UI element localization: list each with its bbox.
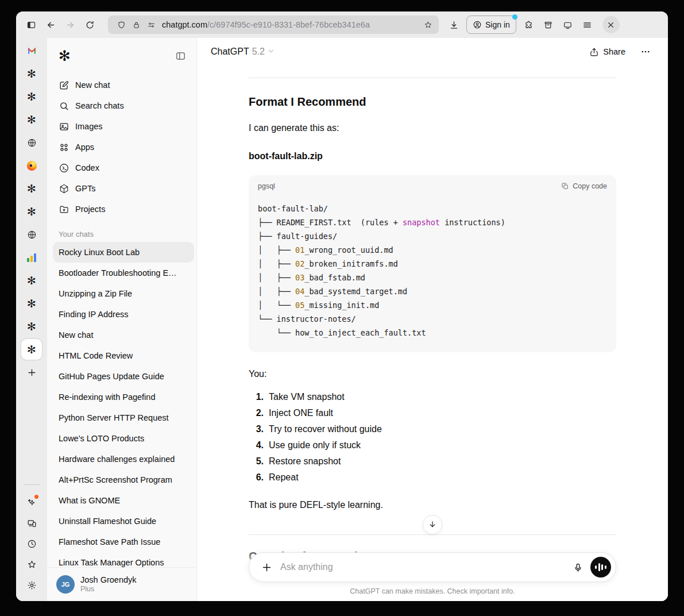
chat-list-item[interactable]: Hardware challenges explained: [53, 449, 194, 469]
chat-list-item[interactable]: Rocky Linux Boot Lab: [53, 242, 194, 263]
chat-list-item[interactable]: Re-indexing with Pagefind: [53, 387, 194, 407]
chat-list-item[interactable]: New chat: [53, 325, 194, 345]
devices-button[interactable]: [16, 513, 47, 533]
code-block-header: pgsql Copy code: [249, 175, 616, 190]
chat-list-item[interactable]: Bootloader Troubleshooting E…: [53, 263, 194, 283]
sidebar-item-gpts[interactable]: GPTs: [47, 178, 196, 199]
chat-list-item[interactable]: Unzipping a Zip File: [53, 283, 194, 304]
chatgpt-icon: ✻: [26, 298, 37, 309]
tab-chatgpt-active[interactable]: ✻: [16, 338, 47, 361]
tab-firefox[interactable]: [16, 154, 47, 177]
step-text: Take VM snapshot: [269, 392, 345, 402]
outro-text: That is pure DEFL-style learning.: [249, 498, 616, 511]
sidebar-item-label: Images: [75, 122, 103, 131]
chat-list-item[interactable]: Alt+PrtSc Screenshot Program: [53, 469, 194, 490]
tab-analytics[interactable]: [16, 246, 47, 269]
bookmarks-star-button[interactable]: [16, 554, 47, 575]
chat-list-item[interactable]: Finding IP Address: [53, 304, 194, 325]
zip-name: boot-fault-lab.zip: [249, 149, 616, 163]
sidebar-header: ✻: [47, 38, 196, 70]
screen-button[interactable]: [559, 16, 577, 34]
downloads-button[interactable]: [445, 16, 463, 34]
tab-globe[interactable]: [16, 223, 47, 246]
chat-list-item[interactable]: Uninstall Flameshot Guide: [53, 511, 194, 532]
sidebar-item-search-chats[interactable]: Search chats: [47, 95, 196, 116]
tab-chatgpt[interactable]: ✻: [16, 108, 47, 131]
composer[interactable]: [249, 552, 616, 582]
new-tab-button[interactable]: [16, 361, 47, 384]
archive-button[interactable]: [539, 16, 558, 34]
tab-chatgpt[interactable]: ✻: [16, 62, 47, 85]
history-clock-icon: [26, 538, 37, 549]
chat-list-item[interactable]: Lowe's LOTO Products: [53, 428, 194, 449]
chatgpt-icon: ✻: [26, 183, 37, 194]
chat-list-item[interactable]: Flameshot Save Path Issue: [53, 532, 194, 552]
settings-gear-button[interactable]: [16, 575, 47, 595]
share-button[interactable]: Share: [583, 44, 631, 60]
sign-in-label: Sign in: [485, 20, 510, 29]
section-heading-format: Format I Recommend: [249, 95, 616, 109]
url-bar[interactable]: chatgpt.com/c/6974f95c-e910-8331-8bef-76…: [108, 16, 439, 34]
extensions-button[interactable]: [520, 16, 538, 34]
user-plan-badge: Plus: [80, 585, 137, 594]
more-options-button[interactable]: [637, 43, 654, 60]
browser-window: chatgpt.com/c/6974f95c-e910-8331-8bef-76…: [16, 11, 668, 601]
notification-dot: [512, 14, 517, 20]
bookmark-star-icon[interactable]: [420, 17, 435, 32]
back-button[interactable]: [41, 16, 60, 34]
history-clock-button[interactable]: [16, 533, 47, 554]
account-icon: [473, 20, 482, 29]
browser-toolbar: chatgpt.com/c/6974f95c-e910-8331-8bef-76…: [16, 11, 668, 38]
chat-list-item[interactable]: GitHub Pages Update Guide: [53, 366, 194, 387]
sidebar-item-images[interactable]: Images: [47, 116, 196, 137]
codex-icon: [59, 163, 69, 174]
sidebar-item-label: Projects: [75, 205, 105, 214]
permissions-icon[interactable]: [144, 17, 159, 32]
sidebar-item-codex[interactable]: Codex: [47, 157, 196, 178]
ai-sparkle-button[interactable]: [16, 492, 47, 513]
tab-globe[interactable]: [16, 131, 47, 154]
sidebar-item-label: Codex: [75, 163, 99, 172]
voice-mode-button[interactable]: [590, 557, 611, 578]
tab-chatgpt[interactable]: ✻: [16, 200, 47, 223]
conversation-scroll-area[interactable]: Format I Recommend I can generate this a…: [197, 66, 668, 601]
attach-button[interactable]: [258, 559, 275, 575]
sidebar-item-projects[interactable]: Projects: [47, 199, 196, 220]
tab-chatgpt[interactable]: ✻: [16, 177, 47, 200]
shield-icon[interactable]: [114, 17, 129, 32]
chat-list-item[interactable]: Python Server HTTP Request: [53, 407, 194, 428]
model-selector[interactable]: ChatGPT 5.2: [211, 47, 275, 57]
chat-list: Rocky Linux Boot LabBootloader Troublesh…: [47, 242, 196, 567]
tab-chatgpt[interactable]: ✻: [16, 315, 47, 338]
sidebar-item-apps[interactable]: Apps: [47, 137, 196, 157]
sidebar-toggle-button[interactable]: [22, 16, 40, 34]
chat-list-item[interactable]: HTML Code Review: [53, 345, 194, 366]
lock-icon[interactable]: [129, 17, 144, 32]
reload-button[interactable]: [80, 16, 99, 34]
tab-chatgpt[interactable]: ✻: [16, 292, 47, 315]
tabstrip-divider: [24, 484, 40, 485]
sidebar-item-label: Apps: [75, 143, 94, 152]
model-version: 5.2: [252, 47, 265, 57]
composer-input[interactable]: [279, 561, 569, 573]
chat-list-item[interactable]: What is GNOME: [53, 490, 194, 511]
copy-code-button[interactable]: Copy code: [561, 182, 607, 190]
forward-button[interactable]: [61, 16, 79, 34]
disclaimer-text: ChatGPT can make mistakes. Check importa…: [197, 587, 668, 595]
menu-button[interactable]: [578, 16, 597, 34]
close-window-button[interactable]: [602, 16, 620, 33]
sidebar-item-new-chat[interactable]: New chat: [47, 75, 196, 95]
plus-icon: [26, 367, 37, 378]
user-profile[interactable]: JG Josh Groendyk Plus: [47, 567, 196, 601]
code-language-label: pgsql: [258, 182, 275, 190]
tab-gmail[interactable]: [16, 39, 47, 62]
collapse-sidebar-button[interactable]: [172, 48, 188, 64]
sign-in-button[interactable]: Sign in: [466, 16, 516, 34]
tab-chatgpt[interactable]: ✻: [16, 85, 47, 108]
chatgpt-icon: ✻: [26, 321, 37, 332]
mic-button[interactable]: [569, 558, 587, 576]
sidebar-item-label: GPTs: [75, 184, 95, 193]
chat-list-item[interactable]: Linux Task Manager Options: [53, 552, 194, 567]
tab-chatgpt[interactable]: ✻: [16, 269, 47, 292]
scroll-to-bottom-button[interactable]: [423, 515, 442, 534]
